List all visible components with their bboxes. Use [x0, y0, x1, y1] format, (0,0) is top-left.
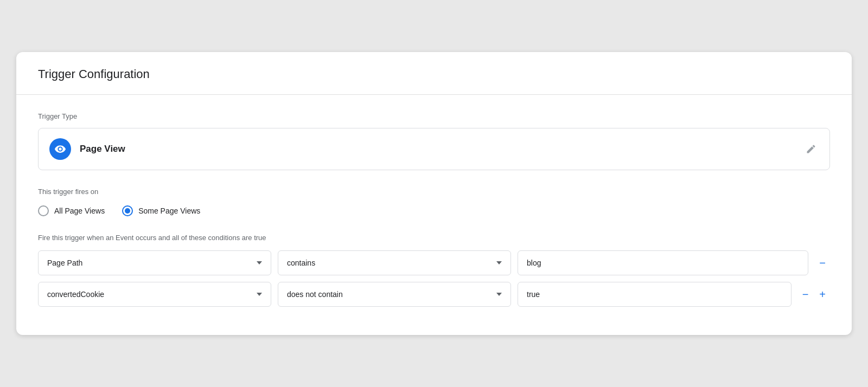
condition-row-1: Page Path contains blog −	[38, 250, 830, 275]
trigger-configuration-card: Trigger Configuration Trigger Type Page …	[16, 52, 852, 335]
remove-condition-1-button[interactable]: −	[815, 255, 830, 270]
chevron-down-icon-1	[257, 261, 262, 265]
radio-some-page-views[interactable]: Some Page Views	[122, 205, 200, 216]
condition-operator-select-2[interactable]: does not contain	[278, 282, 511, 307]
fires-on-label: This trigger fires on	[38, 188, 830, 196]
edit-trigger-type-button[interactable]	[803, 141, 819, 157]
condition-row-2: convertedCookie does not contain true − …	[38, 282, 830, 307]
eye-icon	[54, 143, 66, 155]
trigger-type-name: Page View	[80, 144, 125, 154]
condition-value-text-2: true	[527, 290, 540, 299]
pencil-icon	[806, 144, 816, 154]
card-title: Trigger Configuration	[38, 67, 830, 81]
condition-field-select-1[interactable]: Page Path	[38, 250, 271, 275]
card-header: Trigger Configuration	[16, 52, 852, 95]
radio-circle-all	[38, 205, 49, 216]
remove-condition-2-button[interactable]: −	[798, 287, 813, 302]
chevron-down-icon-op-2	[496, 293, 502, 296]
condition-value-field-2: true	[518, 282, 792, 307]
chevron-down-icon-op-1	[496, 261, 502, 265]
radio-label-all: All Page Views	[54, 207, 105, 215]
condition-field-select-2[interactable]: convertedCookie	[38, 282, 271, 307]
condition-operator-value-2: does not contain	[287, 290, 343, 299]
condition-value-field-1: blog	[518, 250, 808, 275]
condition-operator-select-1[interactable]: contains	[278, 250, 511, 275]
action-btns-2: − +	[798, 287, 830, 302]
radio-circle-some	[122, 205, 133, 216]
action-btns-1: −	[815, 255, 830, 270]
condition-field-value-1: Page Path	[47, 259, 82, 267]
conditions-label: Fire this trigger when an Event occurs a…	[38, 234, 830, 242]
chevron-down-icon-2	[257, 293, 262, 296]
radio-group: All Page Views Some Page Views	[38, 205, 830, 216]
card-body: Trigger Type Page View This trigger fire…	[16, 95, 852, 335]
trigger-type-label: Trigger Type	[38, 112, 830, 120]
condition-operator-value-1: contains	[287, 259, 315, 267]
add-condition-button[interactable]: +	[815, 287, 830, 302]
condition-value-text-1: blog	[527, 259, 541, 267]
radio-label-some: Some Page Views	[138, 207, 200, 215]
trigger-type-box: Page View	[38, 128, 830, 170]
radio-all-page-views[interactable]: All Page Views	[38, 205, 105, 216]
trigger-type-left: Page View	[49, 138, 125, 160]
page-view-icon	[49, 138, 71, 160]
condition-field-value-2: convertedCookie	[47, 290, 104, 299]
